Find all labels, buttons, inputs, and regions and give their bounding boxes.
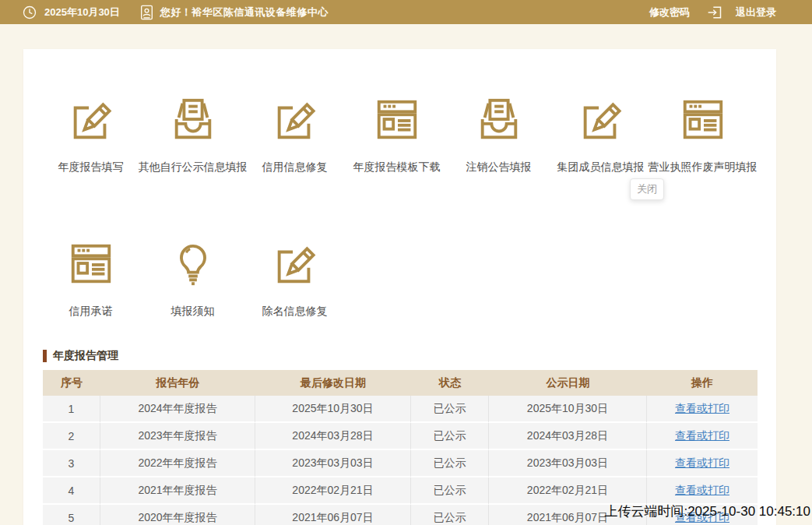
cell-last-modified: 2021年06月07日 [255,505,411,525]
launcher-item-label: 年度报告模板下载 [353,160,441,174]
launcher-item[interactable]: 营业执照作废声明填报 [652,96,754,174]
cell-report-year: 2022年年度报告 [100,450,255,477]
table-header-cell: 报告年份 [100,370,255,396]
user-badge-icon [140,5,153,20]
cell-last-modified: 2025年10月30日 [255,396,411,423]
view-or-print-link[interactable]: 查看或打印 [675,484,729,496]
cell-report-year: 2023年年度报告 [100,423,255,450]
cell-publish-date: 2024年03月28日 [489,423,647,450]
table-header-cell: 最后修改日期 [255,370,411,396]
edit-icon [271,240,319,288]
launcher-item-label: 信用信息修复 [262,160,328,174]
form-icon [679,96,727,144]
launcher-item-label: 集团成员信息填报 [557,160,645,174]
close-tooltip[interactable]: 关闭 [630,178,664,200]
upload-time-overlay: 上传云端时间:2025-10-30 10:45:10 [604,502,810,520]
close-tooltip-label: 关闭 [637,182,657,196]
cell-publish-date: 2025年10月30日 [489,396,647,423]
cell-report-year: 2024年年度报告 [100,396,255,423]
cell-status: 已公示 [411,477,489,505]
launcher-item[interactable]: 注销公告填报 [448,96,550,174]
launcher-row-2: 信用承诺 填报须知 除名信息修复 [40,240,346,319]
cell-publish-date: 2023年03月03日 [489,450,647,477]
launcher-item-label: 营业执照作废声明填报 [649,160,758,174]
form-icon [373,96,421,144]
inbox-icon [169,96,217,144]
table-row: 1 2024年年度报告 2025年10月30日 已公示 2025年10月30日 … [43,396,758,423]
report-section-header: 年度报告管理 [43,349,118,363]
topbar-date: 2025年10月30日 [44,5,120,19]
view-or-print-link[interactable]: 查看或打印 [675,402,729,414]
section-accent-bar [43,350,47,362]
launcher-item[interactable]: 信用信息修复 [244,96,346,174]
table-header-cell: 操作 [647,370,758,396]
cell-publish-date: 2022年02月21日 [489,477,647,505]
launcher-item-label: 年度报告填写 [58,160,124,174]
main-card: 年度报告填写 其他自行公示信息填报 信用信息修复 年度报告模板下载 注销公告填报… [23,49,776,525]
launcher-item[interactable]: 信用承诺 [40,240,142,319]
edit-icon [67,96,115,144]
cell-seq: 5 [43,505,100,525]
launcher-row-1: 年度报告填写 其他自行公示信息填报 信用信息修复 年度报告模板下载 注销公告填报… [40,96,754,174]
table-header-row: 序号报告年份最后修改日期状态公示日期操作 [43,370,758,396]
cell-report-year: 2021年年度报告 [100,477,255,505]
table-row: 4 2021年年度报告 2022年02月21日 已公示 2022年02月21日 … [43,477,758,505]
launcher-item[interactable]: 年度报告填写 [40,96,142,174]
edit-icon [271,96,319,144]
bulb-icon [169,240,217,288]
inbox-icon [475,96,523,144]
view-or-print-link[interactable]: 查看或打印 [675,456,729,469]
cell-last-modified: 2024年03月28日 [255,423,411,450]
cell-action: 查看或打印 [647,477,758,505]
topbar: 2025年10月30日 您好！裕华区陈信通讯设备维修中心 修改密码 退出登录 [0,0,812,24]
table-header-cell: 状态 [411,370,489,396]
cell-seq: 2 [43,423,100,450]
view-or-print-link[interactable]: 查看或打印 [675,429,729,442]
cell-action: 查看或打印 [647,396,758,423]
launcher-item-label: 其他自行公示信息填报 [139,160,248,174]
launcher-item-label: 信用承诺 [69,305,113,319]
cell-status: 已公示 [411,396,489,423]
clock-icon [22,5,37,20]
cell-action: 查看或打印 [647,423,758,450]
launcher-item[interactable]: 其他自行公示信息填报 [142,96,244,174]
table-header-cell: 公示日期 [489,370,647,396]
launcher-item[interactable]: 年度报告模板下载 [346,96,448,174]
section-title: 年度报告管理 [53,349,118,363]
logout-icon[interactable] [707,5,722,20]
topbar-greeting: 您好！裕华区陈信通讯设备维修中心 [160,5,329,19]
launcher-item[interactable]: 集团成员信息填报 [550,96,652,174]
cell-status: 已公示 [411,450,489,477]
table-header-cell: 序号 [43,370,100,396]
cell-seq: 4 [43,477,100,505]
cell-status: 已公示 [411,423,489,450]
form-icon [67,240,115,288]
launcher-item[interactable]: 除名信息修复 [244,240,346,319]
cell-report-year: 2020年年度报告 [100,505,255,525]
edit-icon [577,96,625,144]
launcher-item-label: 除名信息修复 [262,305,328,319]
cell-last-modified: 2023年03月03日 [255,450,411,477]
launcher-item-label: 填报须知 [171,305,215,319]
cell-last-modified: 2022年02月21日 [255,477,411,505]
logout-link[interactable]: 退出登录 [736,5,776,19]
table-row: 2 2023年年度报告 2024年03月28日 已公示 2024年03月28日 … [43,423,758,450]
launcher-item-label: 注销公告填报 [466,160,532,174]
launcher-item[interactable]: 填报须知 [142,240,244,319]
table-row: 3 2022年年度报告 2023年03月03日 已公示 2023年03月03日 … [43,450,758,477]
cell-status: 已公示 [411,505,489,525]
change-password-link[interactable]: 修改密码 [649,5,690,19]
cell-seq: 3 [43,450,100,477]
cell-seq: 1 [43,396,100,423]
cell-action: 查看或打印 [647,450,758,477]
